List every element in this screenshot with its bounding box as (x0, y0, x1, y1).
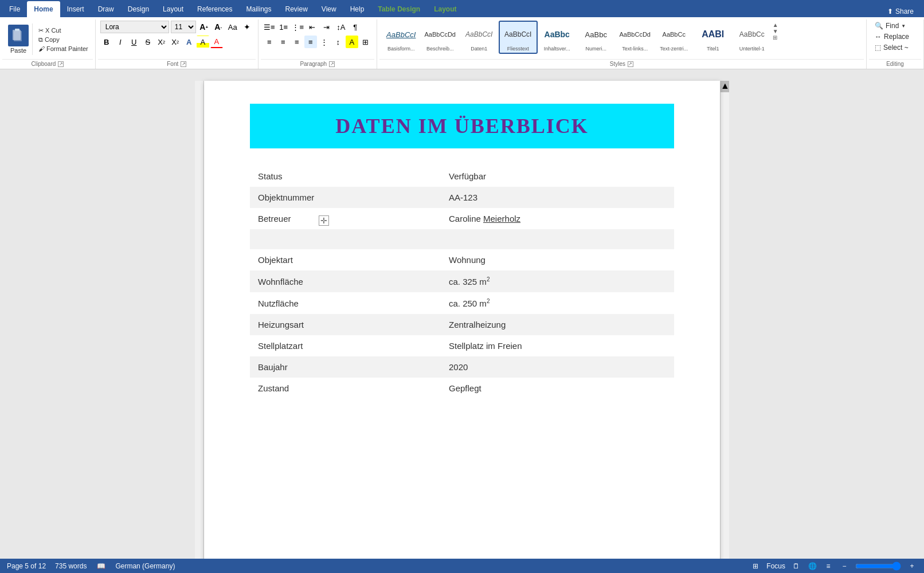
select-button[interactable]: ⬚ Select ~ (871, 42, 912, 53)
paragraph-expand-icon[interactable]: ↗ (329, 61, 335, 67)
style-item-inhaltsver[interactable]: AaBbc Inhaltsver... (538, 21, 577, 54)
text-effects-button[interactable]: A (183, 36, 195, 48)
justify-button[interactable]: ≡ (304, 36, 317, 48)
style-item-textzentri[interactable]: AaBbCc Text-zentri... (655, 21, 694, 54)
styles-group-label: Styles ↗ (379, 59, 864, 69)
table-cell-value: Caroline Meierholz (441, 208, 674, 229)
outline-view-icon[interactable]: ≡ (823, 561, 833, 571)
bullets-button[interactable]: ☰≡ (263, 21, 276, 33)
cut-button[interactable]: ✂ X Cut (36, 26, 91, 35)
font-size-increase-button[interactable]: A+ (198, 21, 210, 33)
format-painter-button[interactable]: 🖌 Format Painter (36, 45, 91, 53)
language[interactable]: German (Germany) (115, 562, 175, 570)
italic-button[interactable]: I (114, 36, 127, 48)
font-color-button[interactable]: A (210, 36, 223, 48)
text-highlight-button[interactable]: A (197, 36, 209, 48)
tab-table-design[interactable]: Table Design (371, 1, 427, 17)
style-item-fliesstext[interactable]: AaBbCcI Fliesstext (499, 21, 538, 54)
style-preview-untertitel1: AaBbCc (736, 23, 768, 46)
sort-button[interactable]: ↕A (335, 21, 347, 33)
strikethrough-button[interactable]: S (142, 36, 154, 48)
para-row1: ☰≡ 1≡ ⋮≡ ⇤ ⇥ ↕A ¶ (263, 21, 362, 33)
font-row1: Lora 11 A+ A- Aa ✦ (100, 21, 253, 33)
tab-help[interactable]: Help (343, 1, 371, 17)
table-row: Objektart Wohnung (250, 249, 674, 270)
show-formatting-button[interactable]: ¶ (349, 21, 362, 33)
web-layout-icon[interactable]: 🌐 (807, 561, 817, 571)
table-cell-value: Verfügbar (441, 166, 674, 187)
tab-layout[interactable]: Layout (156, 1, 190, 17)
right-scroll-area: ▲ ▼ (720, 81, 729, 573)
style-item-beschreib[interactable]: AaBbCcDd Beschreib... (421, 21, 460, 54)
table-cell-value: Stellplatz im Freien (441, 335, 674, 356)
style-preview-inhaltsver: AaBbc (541, 23, 573, 46)
paste-button[interactable]: Paste (5, 23, 33, 55)
clear-formatting-button[interactable]: ✦ (241, 21, 253, 33)
find-icon: 🔍 (875, 22, 883, 30)
style-item-basisform[interactable]: AaBbCcI Basisform... (382, 21, 421, 54)
focus-label[interactable]: Focus (766, 562, 785, 570)
align-center-button[interactable]: ≡ (277, 36, 289, 48)
font-size-decrease-button[interactable]: A- (212, 21, 225, 33)
share-button[interactable]: ⬆ Share (882, 6, 919, 17)
change-case-button[interactable]: Aa (226, 21, 239, 33)
multilevel-list-button[interactable]: ⋮≡ (292, 21, 304, 33)
document-area: DATEN IM ÜBERBLICK ✛ Status Verfügbar Ob… (0, 69, 924, 573)
style-item-numeri[interactable]: AaBbc Numeri... (577, 21, 616, 54)
subscript-button[interactable]: X2 (155, 36, 168, 48)
scrollbar-up-button[interactable]: ▲ (721, 81, 729, 92)
styles-expand-button[interactable]: ⊞ (773, 34, 778, 41)
underline-button[interactable]: U (128, 36, 140, 48)
style-preview-fliesstext: AaBbCcI (502, 23, 534, 46)
tab-view[interactable]: View (315, 1, 343, 17)
tab-file[interactable]: File (2, 1, 27, 17)
zoom-in-icon[interactable]: + (907, 561, 917, 571)
proofing-icon[interactable]: 📖 (96, 561, 106, 571)
focus-icon[interactable]: ⊞ (750, 561, 761, 571)
style-item-titel1[interactable]: AABI Titel1 (694, 21, 733, 54)
font-family-select[interactable]: Lora (100, 21, 169, 33)
tab-insert[interactable]: Insert (60, 1, 91, 17)
tab-review[interactable]: Review (279, 1, 315, 17)
style-label-numeri: Numeri... (585, 46, 606, 52)
page-info: Page 5 of 12 (7, 562, 46, 570)
clipboard-expand-icon[interactable]: ↗ (58, 61, 64, 67)
styles-expand-icon[interactable]: ↗ (628, 61, 633, 67)
style-item-untertitel1[interactable]: AaBbCc Untertitel-1 (733, 21, 772, 54)
share-icon: ⬆ (887, 7, 893, 15)
tab-home[interactable]: Home (27, 1, 60, 17)
line-spacing-button[interactable]: ↕ (332, 36, 344, 48)
table-cell-label: Zustand (250, 378, 441, 399)
font-expand-icon[interactable]: ↗ (181, 61, 186, 67)
style-item-daten1[interactable]: AaBbCcI Daten1 (460, 21, 499, 54)
increase-indent-button[interactable]: ⇥ (320, 21, 333, 33)
scrollbar-track (721, 92, 729, 562)
align-left-button[interactable]: ≡ (263, 36, 276, 48)
bold-button[interactable]: B (100, 36, 113, 48)
numbering-button[interactable]: 1≡ (277, 21, 290, 33)
tab-mailings[interactable]: Mailings (239, 1, 278, 17)
zoom-out-icon[interactable]: − (839, 561, 849, 571)
shading-button[interactable]: A (346, 36, 358, 48)
style-item-textlinks[interactable]: AaBbCcDd Text-links... (616, 21, 655, 54)
font-size-select[interactable]: 11 (171, 21, 196, 33)
align-right-button[interactable]: ≡ (291, 36, 303, 48)
tab-draw[interactable]: Draw (91, 1, 121, 17)
zoom-slider[interactable] (855, 562, 901, 571)
styles-scroll-up-button[interactable]: ▲ (773, 22, 778, 28)
decrease-indent-button[interactable]: ⇤ (306, 21, 319, 33)
tab-layout2[interactable]: Layout (427, 1, 463, 17)
style-preview-numeri: AaBbc (580, 23, 612, 46)
tab-references[interactable]: References (190, 1, 239, 17)
styles-scroll-down-button[interactable]: ▼ (773, 28, 778, 34)
table-move-handle[interactable]: ✛ (319, 215, 329, 226)
superscript-button[interactable]: X2 (169, 36, 182, 48)
tab-design[interactable]: Design (121, 1, 156, 17)
copy-button[interactable]: ⧉ Copy (36, 36, 91, 44)
find-button[interactable]: 🔍 Find ▼ (871, 21, 909, 31)
style-label-inhaltsver: Inhaltsver... (544, 46, 570, 52)
borders-button[interactable]: ⊞ (359, 36, 372, 48)
replace-button[interactable]: ↔ Replace (871, 32, 913, 42)
columns-button[interactable]: ⋮ (318, 36, 331, 48)
print-layout-icon[interactable]: 🗒 (791, 561, 801, 571)
